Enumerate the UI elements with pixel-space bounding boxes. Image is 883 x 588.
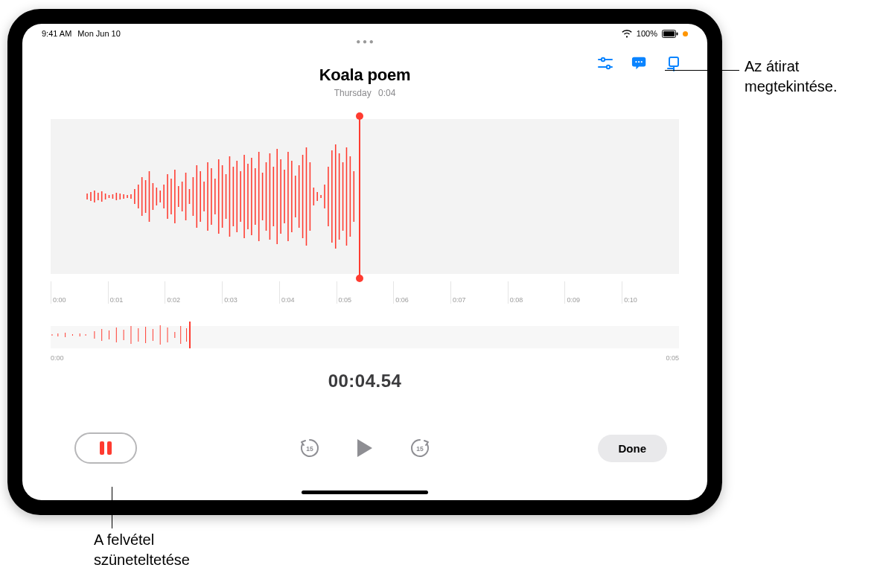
recording-day: Thursday [334,88,372,98]
ruler-tick: 0:02 [167,296,180,304]
ruler-tick: 0:05 [339,296,352,304]
ruler-tick: 0:10 [624,296,637,304]
svg-point-9 [641,61,643,63]
waveform-icon [51,119,679,274]
time-ruler: 0:00 0:01 0:02 0:03 0:04 0:05 0:06 0:07 … [51,281,679,304]
callout-line [665,70,739,71]
home-indicator[interactable] [302,490,428,494]
recording-header: Koala poem Thursday 0:04 [22,65,707,98]
overview-start-time: 0:00 [51,354,64,362]
ruler-tick: 0:03 [224,296,238,304]
overview-waveform-icon [51,322,679,348]
svg-point-7 [635,61,637,63]
recording-duration: 0:04 [378,88,395,98]
play-button[interactable] [353,436,377,460]
multitask-dots-icon[interactable]: ● ● ● [356,37,374,45]
ipad-frame: 9:41 AM Mon Jun 10 100% ● ● ● [7,9,722,515]
pause-icon [100,441,112,455]
recording-indicator-dot [683,31,688,36]
ruler-tick: 0:00 [53,296,66,304]
battery-icon [662,30,678,38]
svg-rect-1 [663,31,675,36]
overview-waveform[interactable]: 0:00 0:05 [51,322,679,359]
svg-point-4 [602,58,605,61]
svg-text:15: 15 [306,445,313,453]
svg-point-8 [638,61,640,63]
ruler-tick: 0:07 [453,296,466,304]
transport-controls: 15 15 Done [22,426,707,470]
pause-button[interactable] [74,432,137,464]
ruler-tick: 0:04 [281,296,295,304]
ruler-tick: 0:01 [110,296,124,304]
overview-end-time: 0:05 [666,354,679,362]
svg-text:15: 15 [416,445,424,453]
wifi-icon [622,30,632,38]
main-waveform-area[interactable]: 0:00 0:01 0:02 0:03 0:04 0:05 0:06 0:07 … [51,119,679,304]
skip-back-15-button[interactable]: 15 [298,436,322,460]
overview-playhead[interactable] [189,322,191,348]
skip-forward-15-button[interactable]: 15 [408,436,432,460]
elapsed-timer: 00:04.54 [22,371,707,392]
svg-rect-2 [677,32,678,35]
screen: 9:41 AM Mon Jun 10 100% ● ● ● [22,24,707,500]
battery-percent: 100% [637,29,657,38]
done-button[interactable]: Done [598,435,668,462]
ruler-tick: 0:06 [395,296,409,304]
recording-title[interactable]: Koala poem [22,65,707,85]
callout-transcript: Az átiratmegtekintése. [745,57,838,97]
callout-line [112,487,112,528]
status-date: Mon Jun 10 [77,29,120,38]
playhead[interactable] [359,116,360,278]
ruler-tick: 0:09 [567,296,580,304]
status-time: 9:41 AM [42,29,71,38]
callout-pause: A felvételszüneteltetése [94,530,190,570]
ruler-tick: 0:08 [510,296,523,304]
